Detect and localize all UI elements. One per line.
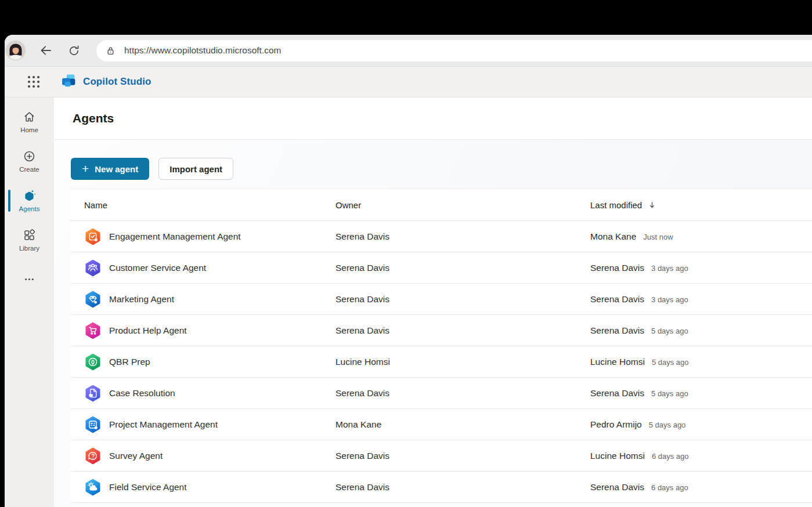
table-row[interactable]: Product Help AgentSerena DavisSerena Dav…	[71, 315, 812, 346]
agent-name: Case Resolution	[109, 388, 175, 399]
field-service-agent-icon	[84, 479, 102, 496]
engagement-agent-icon	[84, 228, 102, 245]
copilot-studio-logo	[61, 74, 77, 90]
library-icon	[22, 227, 37, 243]
home-icon	[22, 109, 37, 125]
agent-name: Marketing Agent	[109, 294, 174, 305]
app-brand[interactable]: Copilot Studio	[61, 74, 151, 90]
table-row[interactable]: Case ResolutionSerena DavisSerena Davis5…	[71, 378, 812, 409]
agent-owner: Serena Davis	[335, 451, 590, 461]
column-header-name[interactable]: Name	[71, 200, 335, 210]
last-modified-time: 5 days ago	[649, 421, 686, 429]
last-modified-by: Lucine Homsi	[590, 451, 645, 461]
last-modified-by: Serena Davis	[590, 263, 644, 273]
agent-owner: Serena Davis	[335, 263, 590, 273]
sidebar-item-agents[interactable]: Agents	[5, 188, 54, 215]
content-body: + New agent Import agent Name Owner La	[54, 140, 812, 507]
last-modified-by: Serena Davis	[590, 388, 644, 399]
last-modified-by: Serena Davis	[590, 294, 644, 305]
agent-name: Engagement Management Agent	[109, 231, 241, 242]
table-row[interactable]: QBR PrepLucine HomsiLucine Homsi5 days a…	[71, 346, 812, 378]
agent-name: Product Help Agent	[109, 325, 187, 336]
desktop-background: Copilot Studio HomeCreateAgentsLibrary A…	[0, 0, 812, 507]
agent-name: Field Service Agent	[109, 482, 187, 492]
last-modified-time: 5 days ago	[651, 327, 688, 335]
agent-owner: Serena Davis	[335, 231, 590, 242]
table-row[interactable]: Project Management AgentMona KanePedro A…	[71, 409, 812, 440]
agent-owner: Serena Davis	[335, 325, 590, 336]
account-avatar[interactable]	[6, 41, 25, 60]
waffle-icon[interactable]	[27, 75, 40, 88]
sidebar-item-home[interactable]: Home	[5, 109, 54, 136]
import-agent-button[interactable]: Import agent	[158, 158, 233, 180]
product-help-agent-icon	[84, 322, 102, 339]
survey-agent-icon	[84, 447, 102, 465]
sidebar-item-label: Agents	[19, 205, 40, 212]
agents-table: Name Owner Last modified Engagement Mana…	[71, 189, 812, 507]
app-header: Copilot Studio	[5, 67, 812, 97]
more-icon	[22, 271, 37, 287]
sidebar-item-label: Library	[19, 245, 39, 252]
agent-owner: Serena Davis	[335, 482, 590, 492]
new-agent-button[interactable]: + New agent	[71, 158, 149, 180]
table-header: Name Owner Last modified	[71, 189, 812, 221]
table-body: Engagement Management AgentSerena DavisM…	[71, 221, 812, 503]
page-title: Agents	[73, 111, 114, 125]
address-bar[interactable]	[96, 40, 812, 61]
page-header: Agents	[54, 97, 812, 140]
last-modified-by: Serena Davis	[590, 325, 644, 336]
sidebar-item-label: Home	[20, 126, 38, 133]
customer-service-agent-icon	[84, 259, 102, 277]
sidebar-item-library[interactable]: Library	[5, 227, 54, 254]
last-modified-time: Just now	[643, 233, 673, 241]
url-input[interactable]	[124, 45, 812, 56]
last-modified-by: Lucine Homsi	[590, 357, 645, 367]
create-icon	[22, 149, 37, 164]
refresh-icon[interactable]	[66, 43, 81, 58]
agents-icon	[22, 188, 37, 204]
back-icon[interactable]	[38, 43, 53, 58]
agent-owner: Serena Davis	[335, 388, 590, 399]
browser-window: Copilot Studio HomeCreateAgentsLibrary A…	[5, 35, 812, 507]
last-modified-time: 6 days ago	[652, 452, 689, 461]
next-row-partial	[71, 503, 812, 507]
marketing-agent-icon	[84, 291, 102, 308]
table-row[interactable]: Marketing AgentSerena DavisSerena Davis3…	[71, 284, 812, 315]
actions-row: + New agent Import agent	[71, 158, 812, 180]
last-modified-by: Pedro Armijo	[590, 419, 642, 430]
last-modified-time: 6 days ago	[651, 483, 688, 492]
agent-name: Survey Agent	[109, 451, 163, 461]
last-modified-time: 5 days ago	[652, 358, 689, 367]
agent-name: QBR Prep	[109, 357, 150, 367]
case-resolution-agent-icon	[84, 385, 102, 402]
agent-owner: Mona Kane	[335, 419, 590, 430]
sidebar-item-label: Create	[19, 166, 39, 173]
agent-owner: Lucine Homsi	[335, 357, 590, 367]
sidebar-item-create[interactable]: Create	[5, 149, 54, 175]
last-modified-time: 3 days ago	[651, 295, 688, 304]
lock-icon	[104, 45, 117, 57]
app-title: Copilot Studio	[83, 76, 151, 88]
browser-toolbar	[5, 35, 812, 67]
project-management-agent-icon	[84, 416, 102, 433]
last-modified-by: Mona Kane	[590, 231, 636, 242]
agent-name: Project Management Agent	[109, 419, 218, 430]
main-content: Agents + New agent Import agent	[54, 97, 812, 507]
table-row[interactable]: Survey AgentSerena DavisLucine Homsi6 da…	[71, 440, 812, 472]
table-row[interactable]: Field Service AgentSerena DavisSerena Da…	[71, 472, 812, 503]
agent-name: Customer Service Agent	[109, 263, 206, 273]
table-row[interactable]: Customer Service AgentSerena DavisSerena…	[71, 252, 812, 284]
qbr-prep-agent-icon	[84, 353, 102, 371]
sidebar-more-button[interactable]	[5, 271, 54, 289]
agent-owner: Serena Davis	[335, 294, 590, 305]
column-header-last-modified[interactable]: Last modified	[590, 200, 812, 210]
plus-icon: +	[82, 162, 89, 175]
table-row[interactable]: Engagement Management AgentSerena DavisM…	[71, 221, 812, 252]
last-modified-time: 5 days ago	[651, 389, 688, 398]
last-modified-time: 3 days ago	[651, 264, 688, 273]
left-sidebar: HomeCreateAgentsLibrary	[5, 97, 54, 507]
last-modified-by: Serena Davis	[590, 482, 644, 492]
arrow-down-icon	[648, 201, 656, 209]
avatar-photo	[6, 41, 25, 60]
column-header-owner[interactable]: Owner	[335, 200, 590, 210]
